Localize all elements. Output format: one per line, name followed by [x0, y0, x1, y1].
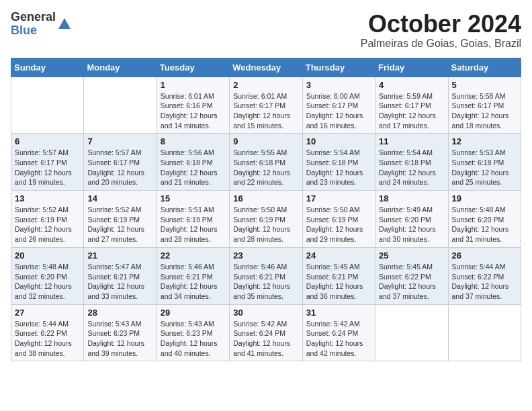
- calendar-cell: [84, 77, 157, 134]
- col-header-tuesday: Tuesday: [157, 58, 229, 77]
- calendar-cell: 2Sunrise: 6:01 AM Sunset: 6:17 PM Daylig…: [230, 77, 302, 134]
- day-number: 6: [15, 136, 80, 146]
- calendar-week-4: 27Sunrise: 5:44 AM Sunset: 6:22 PM Dayli…: [11, 304, 521, 361]
- day-number: 26: [452, 250, 517, 261]
- day-info: Sunrise: 5:47 AM Sunset: 6:21 PM Dayligh…: [87, 262, 152, 302]
- day-number: 14: [87, 193, 152, 203]
- calendar-cell: [11, 77, 84, 134]
- calendar-cell: 11Sunrise: 5:54 AM Sunset: 6:18 PM Dayli…: [375, 134, 448, 191]
- day-info: Sunrise: 5:52 AM Sunset: 6:19 PM Dayligh…: [15, 205, 80, 244]
- calendar-title: October 2024: [361, 11, 521, 38]
- calendar-week-2: 13Sunrise: 5:52 AM Sunset: 6:19 PM Dayli…: [11, 191, 521, 248]
- day-number: 31: [306, 308, 371, 318]
- col-header-monday: Monday: [84, 58, 157, 77]
- calendar-cell: 17Sunrise: 5:50 AM Sunset: 6:19 PM Dayli…: [302, 191, 375, 248]
- day-number: 13: [15, 193, 80, 203]
- col-header-wednesday: Wednesday: [230, 58, 302, 77]
- day-info: Sunrise: 5:44 AM Sunset: 6:22 PM Dayligh…: [452, 262, 517, 302]
- calendar-week-3: 20Sunrise: 5:48 AM Sunset: 6:20 PM Dayli…: [11, 247, 521, 304]
- calendar-cell: 16Sunrise: 5:50 AM Sunset: 6:19 PM Dayli…: [230, 191, 302, 248]
- calendar-cell: 23Sunrise: 5:46 AM Sunset: 6:21 PM Dayli…: [230, 247, 302, 304]
- logo: General Blue: [11, 11, 72, 38]
- calendar-cell: 31Sunrise: 5:42 AM Sunset: 6:24 PM Dayli…: [302, 304, 375, 361]
- calendar-cell: 20Sunrise: 5:48 AM Sunset: 6:20 PM Dayli…: [11, 247, 84, 304]
- day-info: Sunrise: 5:50 AM Sunset: 6:19 PM Dayligh…: [306, 205, 371, 244]
- calendar-cell: 9Sunrise: 5:55 AM Sunset: 6:18 PM Daylig…: [230, 134, 302, 191]
- day-info: Sunrise: 5:45 AM Sunset: 6:22 PM Dayligh…: [379, 262, 444, 302]
- day-number: 1: [161, 80, 226, 90]
- calendar-cell: [375, 304, 448, 361]
- calendar-cell: 24Sunrise: 5:45 AM Sunset: 6:21 PM Dayli…: [302, 247, 375, 304]
- calendar-cell: 5Sunrise: 5:58 AM Sunset: 6:17 PM Daylig…: [448, 77, 521, 134]
- logo-general-text: General: [11, 10, 56, 24]
- calendar-cell: 21Sunrise: 5:47 AM Sunset: 6:21 PM Dayli…: [84, 247, 157, 304]
- day-info: Sunrise: 5:43 AM Sunset: 6:23 PM Dayligh…: [87, 319, 152, 359]
- calendar-cell: 7Sunrise: 5:57 AM Sunset: 6:17 PM Daylig…: [84, 134, 157, 191]
- calendar-cell: 19Sunrise: 5:48 AM Sunset: 6:20 PM Dayli…: [448, 191, 521, 248]
- calendar-cell: 28Sunrise: 5:43 AM Sunset: 6:23 PM Dayli…: [84, 304, 157, 361]
- day-info: Sunrise: 5:49 AM Sunset: 6:20 PM Dayligh…: [379, 205, 444, 244]
- day-info: Sunrise: 5:46 AM Sunset: 6:21 PM Dayligh…: [233, 262, 298, 302]
- day-number: 7: [87, 136, 152, 146]
- day-info: Sunrise: 5:46 AM Sunset: 6:21 PM Dayligh…: [161, 262, 226, 302]
- day-number: 28: [87, 308, 152, 318]
- day-info: Sunrise: 6:00 AM Sunset: 6:17 PM Dayligh…: [306, 91, 371, 131]
- day-info: Sunrise: 5:50 AM Sunset: 6:19 PM Dayligh…: [233, 205, 298, 244]
- day-number: 23: [233, 250, 298, 261]
- calendar-subtitle: Palmeiras de Goias, Goias, Brazil: [361, 38, 521, 50]
- calendar-cell: 4Sunrise: 5:59 AM Sunset: 6:17 PM Daylig…: [375, 77, 448, 134]
- day-number: 11: [379, 136, 444, 146]
- day-info: Sunrise: 5:57 AM Sunset: 6:17 PM Dayligh…: [87, 148, 152, 187]
- day-number: 22: [161, 250, 226, 261]
- day-info: Sunrise: 5:44 AM Sunset: 6:22 PM Dayligh…: [15, 319, 80, 359]
- day-info: Sunrise: 6:01 AM Sunset: 6:17 PM Dayligh…: [233, 91, 298, 131]
- day-number: 30: [233, 308, 298, 318]
- day-number: 16: [233, 193, 298, 203]
- calendar-cell: 14Sunrise: 5:52 AM Sunset: 6:19 PM Dayli…: [84, 191, 157, 248]
- day-number: 8: [161, 136, 226, 146]
- day-info: Sunrise: 5:42 AM Sunset: 6:24 PM Dayligh…: [306, 319, 371, 359]
- day-number: 3: [306, 80, 371, 90]
- day-info: Sunrise: 5:56 AM Sunset: 6:18 PM Dayligh…: [161, 148, 226, 187]
- calendar-cell: 22Sunrise: 5:46 AM Sunset: 6:21 PM Dayli…: [157, 247, 229, 304]
- calendar-cell: 8Sunrise: 5:56 AM Sunset: 6:18 PM Daylig…: [157, 134, 229, 191]
- calendar-week-1: 6Sunrise: 5:57 AM Sunset: 6:17 PM Daylig…: [11, 134, 521, 191]
- title-block: October 2024 Palmeiras de Goias, Goias, …: [361, 11, 521, 50]
- day-number: 21: [87, 250, 152, 261]
- day-number: 4: [379, 80, 444, 90]
- calendar-cell: 26Sunrise: 5:44 AM Sunset: 6:22 PM Dayli…: [448, 247, 521, 304]
- page-header: General Blue October 2024 Palmeiras de G…: [11, 11, 521, 50]
- day-info: Sunrise: 5:55 AM Sunset: 6:18 PM Dayligh…: [233, 148, 298, 187]
- col-header-saturday: Saturday: [448, 58, 521, 77]
- day-number: 27: [15, 308, 80, 318]
- day-info: Sunrise: 5:48 AM Sunset: 6:20 PM Dayligh…: [15, 262, 80, 302]
- col-header-thursday: Thursday: [302, 58, 375, 77]
- logo-icon: [57, 17, 72, 32]
- day-info: Sunrise: 5:53 AM Sunset: 6:18 PM Dayligh…: [452, 148, 517, 187]
- day-number: 5: [452, 80, 517, 90]
- day-number: 12: [452, 136, 517, 146]
- calendar-cell: 3Sunrise: 6:00 AM Sunset: 6:17 PM Daylig…: [302, 77, 375, 134]
- day-info: Sunrise: 5:48 AM Sunset: 6:20 PM Dayligh…: [452, 205, 517, 244]
- calendar-cell: 10Sunrise: 5:54 AM Sunset: 6:18 PM Dayli…: [302, 134, 375, 191]
- calendar-header: SundayMondayTuesdayWednesdayThursdayFrid…: [11, 58, 521, 77]
- day-info: Sunrise: 5:43 AM Sunset: 6:23 PM Dayligh…: [161, 319, 226, 359]
- calendar-cell: 25Sunrise: 5:45 AM Sunset: 6:22 PM Dayli…: [375, 247, 448, 304]
- calendar-cell: 12Sunrise: 5:53 AM Sunset: 6:18 PM Dayli…: [448, 134, 521, 191]
- svg-marker-0: [58, 18, 71, 29]
- day-info: Sunrise: 6:01 AM Sunset: 6:16 PM Dayligh…: [161, 91, 226, 131]
- col-header-friday: Friday: [375, 58, 448, 77]
- day-number: 20: [15, 250, 80, 261]
- calendar-cell: 18Sunrise: 5:49 AM Sunset: 6:20 PM Dayli…: [375, 191, 448, 248]
- calendar-cell: [448, 304, 521, 361]
- logo-blue-text: Blue: [11, 24, 37, 37]
- calendar-cell: 13Sunrise: 5:52 AM Sunset: 6:19 PM Dayli…: [11, 191, 84, 248]
- day-number: 10: [306, 136, 371, 146]
- calendar-cell: 1Sunrise: 6:01 AM Sunset: 6:16 PM Daylig…: [157, 77, 229, 134]
- day-number: 17: [306, 193, 371, 203]
- day-number: 19: [452, 193, 517, 203]
- day-number: 29: [161, 308, 226, 318]
- day-number: 18: [379, 193, 444, 203]
- day-info: Sunrise: 5:58 AM Sunset: 6:17 PM Dayligh…: [452, 91, 517, 131]
- calendar-cell: 6Sunrise: 5:57 AM Sunset: 6:17 PM Daylig…: [11, 134, 84, 191]
